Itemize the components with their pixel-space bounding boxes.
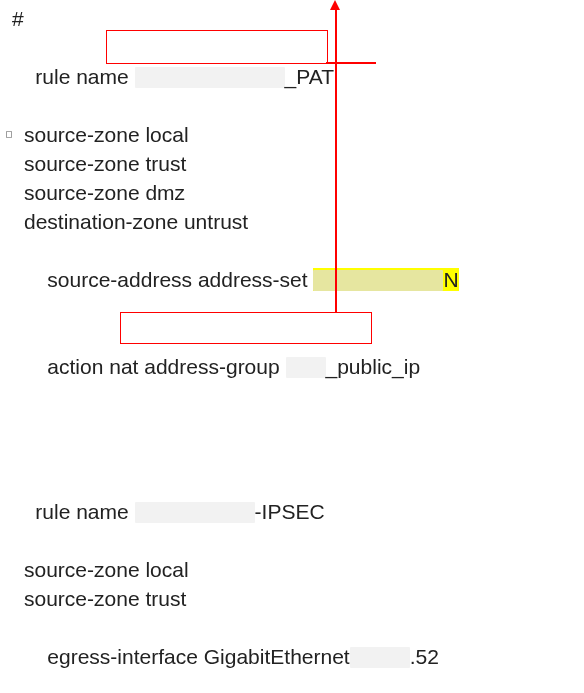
egress-suffix: .52 — [410, 645, 439, 668]
rule2-name-suffix: -IPSEC — [255, 500, 325, 523]
address-set-suffix: N — [443, 268, 458, 291]
rule2-name-line: rule name -IPSEC — [12, 468, 584, 555]
rule1-name-line: rule name _PAT — [12, 33, 584, 120]
blank-line — [12, 439, 584, 468]
hash-separator: # — [12, 4, 584, 33]
blank-line — [12, 410, 584, 439]
page-marker-icon: □ — [6, 128, 12, 139]
rule1-src-zone-dmz: source-zone dmz — [12, 178, 584, 207]
rule1-name-suffix: _PAT — [285, 65, 334, 88]
address-set-highlight: N — [313, 268, 458, 291]
egress-prefix: egress-interface GigabitEthernet — [47, 645, 349, 668]
action-nat-suffix: _public_ip — [326, 355, 421, 378]
rule1-dst-zone-untrust: destination-zone untrust — [12, 207, 584, 236]
rule2-src-zone-trust: source-zone trust — [12, 584, 584, 613]
rule1-src-zone-local: source-zone local — [12, 120, 584, 149]
rule1-action-line: action nat address-group _public_ip — [12, 323, 584, 410]
redacted-rule1-name — [135, 67, 285, 88]
rule2-egress-line: egress-interface GigabitEthernet.52 — [12, 613, 584, 693]
redacted-egress-if — [350, 647, 410, 668]
rule1-src-zone-trust: source-zone trust — [12, 149, 584, 178]
rule-name-keyword: rule name — [35, 500, 134, 523]
action-nat-prefix: action nat address-group — [47, 355, 285, 378]
rule-name-keyword: rule name — [35, 65, 134, 88]
redacted-rule2-name — [135, 502, 255, 523]
redacted-address-set-name — [313, 270, 443, 291]
redacted-nat-group-prefix — [286, 357, 326, 378]
rule2-src-zone-local: source-zone local — [12, 555, 584, 584]
rule1-src-address-line: source-address address-set N — [12, 236, 584, 323]
src-address-prefix: source-address address-set — [47, 268, 313, 291]
config-snippet: # rule name _PAT source-zone local sourc… — [0, 0, 584, 693]
